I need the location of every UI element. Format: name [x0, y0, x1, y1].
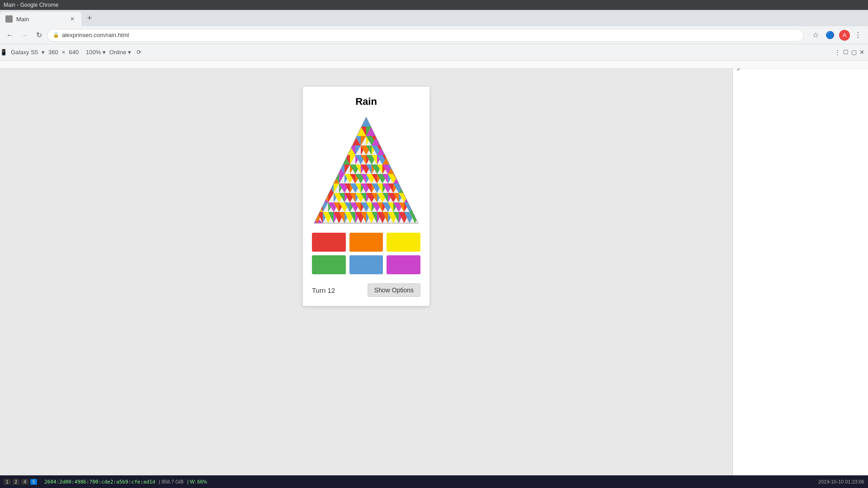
tab-favicon	[5, 15, 13, 23]
back-button[interactable]: ←	[4, 29, 16, 42]
title-bar-text: Main - Google Chrome	[4, 2, 58, 8]
content-area: Rain	[0, 69, 732, 475]
lock-icon: 🔒	[53, 32, 59, 38]
new-tab-button[interactable]: +	[83, 12, 96, 24]
device-icon: 📱	[0, 49, 7, 56]
address-bar[interactable]: 🔒 alexprinsen.com/rain.html	[47, 29, 804, 42]
nav-right-icons: ☆ 🔵 A ⋮	[809, 29, 864, 42]
triangle-mosaic	[312, 117, 420, 223]
workspace-4-active: 5	[30, 479, 38, 485]
color-swatches	[312, 233, 420, 274]
reload-button[interactable]: ↻	[33, 29, 45, 42]
triangle-container	[312, 115, 420, 225]
yellow-swatch[interactable]	[387, 233, 420, 252]
blue-swatch[interactable]	[349, 255, 383, 274]
workspace-3: 4	[21, 479, 28, 485]
purple-swatch[interactable]	[387, 255, 420, 274]
device-width: 360	[48, 49, 58, 56]
extension-icon[interactable]: 🔵	[824, 29, 836, 42]
browser-chrome: Main - Google Chrome Main ✕ + ← → ↻ 🔒 al…	[0, 0, 868, 69]
url-text: alexprinsen.com/rain.html	[62, 32, 129, 38]
workspace-2: 2	[13, 479, 20, 485]
tab-close-button[interactable]: ✕	[69, 15, 76, 23]
sync-icon: ⟳	[137, 49, 142, 56]
devtools-inspect-icon[interactable]: ☐	[843, 49, 849, 56]
zoom-selector[interactable]: 100% ▾	[86, 49, 106, 56]
device-x: ×	[62, 49, 66, 56]
tab-bar: Main ✕ +	[0, 10, 868, 26]
workspace-numbers: 1 2 4 5	[4, 479, 37, 485]
device-height: 640	[69, 49, 79, 56]
active-tab[interactable]: Main ✕	[0, 12, 81, 26]
account-button[interactable]: A	[839, 30, 850, 41]
green-swatch[interactable]	[312, 255, 346, 274]
devtools-dock-icon[interactable]: ▢	[851, 49, 857, 56]
device-toolbar: 📱 Galaxy S5 ▾ 360 × 640 100% ▾ Online ▾ …	[0, 44, 868, 61]
status-bar: 1 2 4 5 2604:2d00:4986:700:cde2:a5b9:cfe…	[0, 475, 868, 488]
ruler-bar	[0, 61, 868, 69]
devtools-close-icon[interactable]: ✕	[859, 49, 864, 56]
status-date: 2019-10-10 01:23:06	[818, 479, 864, 484]
device-divider: ▾	[42, 49, 45, 56]
bottom-bar: Turn 12 Show Options	[312, 282, 420, 297]
forward-button[interactable]: →	[18, 29, 31, 42]
status-ip: 2604:2d00:4986:700:cde2:a5b9:cfe:ad1d	[44, 479, 155, 485]
ruler-marks	[0, 61, 868, 68]
devtools-panel: ☐ 📱 Console » ⚠ 1 ⚙ ✕ 🚫 top 👁 ▽ ⚠ Compil…	[732, 0, 868, 475]
svg-marker-146	[410, 202, 420, 212]
network-selector[interactable]: Online ▾	[109, 49, 131, 56]
red-swatch[interactable]	[312, 233, 346, 252]
bookmark-button[interactable]: ☆	[809, 29, 822, 42]
workspace-1: 1	[4, 479, 11, 485]
device-name: Galaxy S5	[11, 49, 38, 56]
game-card: Rain	[303, 87, 429, 306]
status-memory: | 858.7 GiB	[159, 479, 184, 484]
turn-label: Turn 12	[312, 286, 335, 294]
orange-swatch[interactable]	[349, 233, 383, 252]
game-title: Rain	[312, 96, 420, 108]
show-options-button[interactable]: Show Options	[368, 283, 420, 297]
tab-label: Main	[16, 16, 29, 23]
triangle-svg	[312, 115, 420, 225]
svg-marker-119	[312, 202, 323, 212]
title-bar: Main - Google Chrome	[0, 0, 868, 10]
menu-button[interactable]: ⋮	[852, 29, 864, 42]
status-cpu: | W: 66%	[187, 479, 207, 484]
nav-bar: ← → ↻ 🔒 alexprinsen.com/rain.html ☆ 🔵 A …	[0, 26, 868, 44]
devtools-toggle-icon[interactable]: ⋮	[835, 49, 840, 56]
